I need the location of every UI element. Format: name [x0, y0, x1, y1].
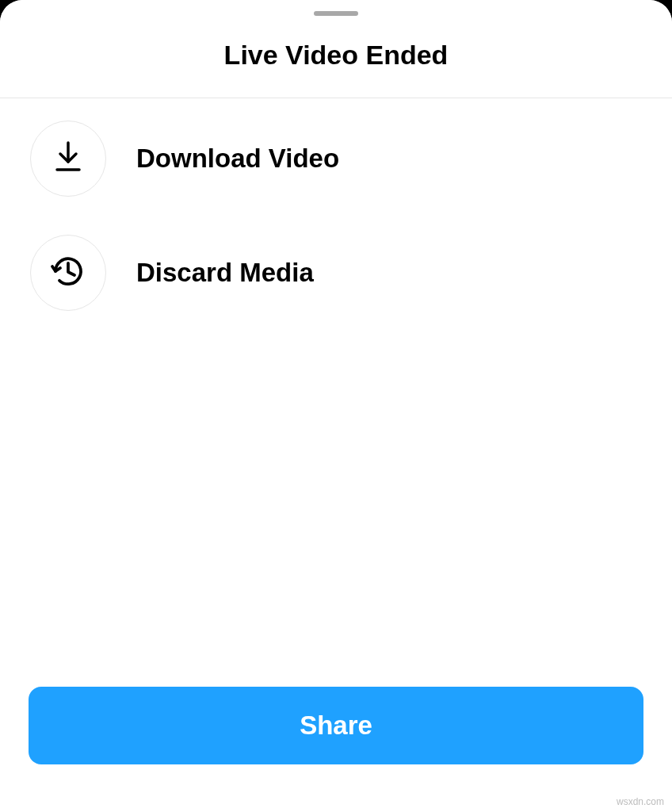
- history-icon: [48, 251, 88, 294]
- bottom-sheet: Live Video Ended Download Video: [0, 0, 672, 812]
- footer: Share: [0, 668, 672, 812]
- download-video-option[interactable]: Download Video: [0, 102, 672, 216]
- spacer: [0, 330, 672, 668]
- download-icon-circle: [30, 121, 106, 197]
- download-icon: [49, 138, 87, 179]
- share-button[interactable]: Share: [29, 687, 643, 764]
- sheet-title: Live Video Ended: [0, 16, 672, 98]
- discard-media-label: Discard Media: [136, 258, 314, 288]
- discard-media-option[interactable]: Discard Media: [0, 216, 672, 330]
- watermark: wsxdn.com: [617, 796, 664, 807]
- download-video-label: Download Video: [136, 144, 339, 174]
- sheet-inner: Live Video Ended Download Video: [0, 0, 672, 812]
- options-list: Download Video Discard Media: [0, 98, 672, 330]
- discard-icon-circle: [30, 235, 106, 311]
